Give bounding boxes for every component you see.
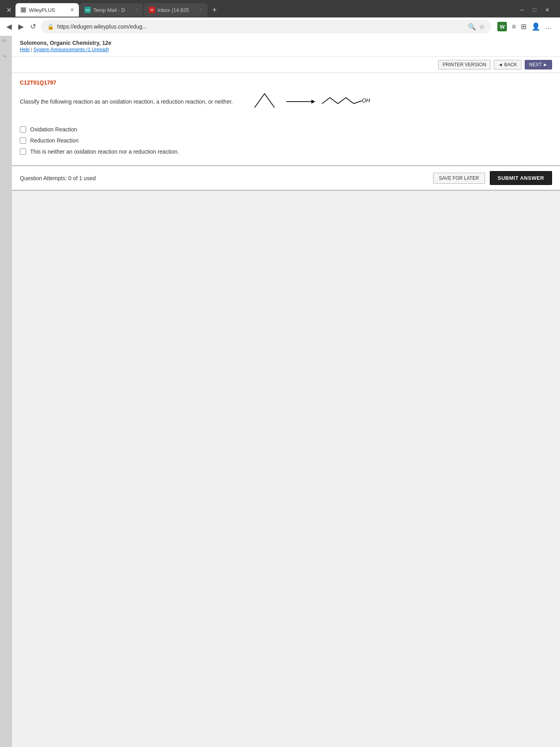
printer-version-button[interactable]: PRINTER VERSION: [438, 60, 491, 69]
toolbar-icons: W ≡ ⊞ 👤 …: [494, 22, 555, 31]
tab-label-tempmail: Temp Mail - D: [93, 7, 125, 13]
svg-marker-2: [311, 100, 315, 104]
question-nav: PRINTER VERSION ◄ BACK NEXT ►: [12, 57, 560, 73]
back-button[interactable]: ◄ BACK: [494, 60, 522, 69]
next-button[interactable]: NEXT ►: [525, 60, 552, 69]
svg-line-3: [354, 101, 362, 104]
menu-icon[interactable]: …: [545, 23, 552, 31]
question-text: Classify the following reaction as an ox…: [12, 90, 560, 120]
book-links: Help | System Announcements (1 Unread): [20, 47, 111, 52]
browser-close-button[interactable]: ✕: [3, 5, 15, 15]
tab-bar: ✕ WileyPLUS ✕ es Temp Mail - D ✕ M Inbox…: [0, 0, 560, 17]
attempts-text: Question Attempts: 0 of 1 used: [20, 175, 96, 181]
star-icon[interactable]: ☆: [479, 23, 485, 31]
sidebar-label-y: y: [0, 53, 8, 59]
product-molecule: OH: [320, 90, 376, 114]
reactant-molecule: [249, 90, 280, 114]
tab-icon-inbox: M: [149, 7, 155, 13]
save-for-later-button[interactable]: SAVE FOR LATER: [433, 173, 485, 184]
book-info: Solomons, Organic Chemistry, 12e Help | …: [20, 40, 111, 52]
answer-choices: Oxidation Reaction Reduction Reaction Th…: [12, 120, 560, 166]
tab-label-inbox: Inbox (14,825: [157, 7, 189, 13]
refresh-button[interactable]: ↺: [29, 21, 38, 32]
main-content: Solomons, Organic Chemistry, 12e Help | …: [12, 36, 560, 747]
lower-area: [12, 191, 560, 548]
tab-icon-tempmail: es: [84, 7, 91, 13]
close-window-button[interactable]: ✕: [541, 5, 554, 15]
checkbox-neither[interactable]: [20, 148, 26, 155]
svg-rect-0: [21, 8, 26, 12]
left-sidebar: S y: [0, 36, 12, 747]
sidebar-label-s: S: [0, 36, 8, 45]
new-tab-button[interactable]: +: [208, 4, 221, 16]
url-box[interactable]: 🔒 https://edugen.wileyplus.com/edug... 🔍…: [41, 20, 491, 33]
checkbox-oxidation[interactable]: [20, 126, 26, 133]
choice-neither-label: This is neither an oxidation reaction no…: [30, 148, 179, 155]
profile-icon[interactable]: 👤: [531, 22, 540, 31]
w-extension-icon[interactable]: W: [497, 22, 507, 31]
svg-text:OH: OH: [362, 97, 370, 104]
choice-oxidation-label: Oxidation Reaction: [30, 126, 77, 133]
browser-frame: ✕ WileyPLUS ✕ es Temp Mail - D ✕ M Inbox…: [0, 0, 560, 36]
page-content: S y Solomons, Organic Chemistry, 12e Hel…: [0, 36, 560, 747]
book-title: Solomons, Organic Chemistry, 12e: [20, 40, 111, 46]
search-icon: 🔍: [468, 23, 476, 31]
choice-neither[interactable]: This is neither an oxidation reaction no…: [20, 146, 552, 157]
tune-icon[interactable]: ≡: [512, 23, 516, 31]
choice-oxidation[interactable]: Oxidation Reaction: [20, 124, 552, 135]
choice-reduction[interactable]: Reduction Reaction: [20, 135, 552, 146]
help-link[interactable]: Help: [20, 47, 30, 52]
tab-close-tempmail[interactable]: ✕: [134, 7, 138, 13]
tab-label-wileyplus: WileyPLUS: [29, 7, 55, 13]
reaction-diagram: OH: [249, 90, 376, 114]
tab-icon-wileyplus: [20, 7, 27, 13]
window-controls: ─ □ ✕: [516, 5, 557, 15]
tab-close-inbox[interactable]: ✕: [199, 7, 203, 13]
checkbox-reduction[interactable]: [20, 137, 26, 144]
address-bar: ◀ ▶ ↺ 🔒 https://edugen.wileyplus.com/edu…: [0, 17, 560, 36]
question-id: C12T01Q1797: [12, 73, 560, 90]
book-header: Solomons, Organic Chemistry, 12e Help | …: [12, 36, 560, 57]
action-bar: Question Attempts: 0 of 1 used SAVE FOR …: [12, 166, 560, 191]
lock-icon: 🔒: [47, 23, 54, 30]
question-area: C12T01Q1797 Classify the following react…: [12, 73, 560, 166]
question-instruction: Classify the following reaction as an ox…: [20, 98, 233, 105]
back-nav-button[interactable]: ◀: [5, 21, 13, 32]
announcements-link[interactable]: System Announcements (1 Unread): [33, 47, 109, 52]
tab-close-wileyplus[interactable]: ✕: [70, 7, 74, 13]
url-text: https://edugen.wileyplus.com/edug...: [57, 23, 465, 30]
choice-reduction-label: Reduction Reaction: [30, 137, 79, 144]
tab-wileyplus[interactable]: WileyPLUS ✕: [15, 3, 79, 17]
maximize-button[interactable]: □: [529, 5, 540, 15]
tab-tempmail[interactable]: es Temp Mail - D ✕: [80, 3, 143, 17]
extensions-icon[interactable]: ⊞: [521, 22, 527, 31]
reaction-arrow: [284, 96, 316, 108]
forward-nav-button[interactable]: ▶: [17, 21, 25, 32]
minimize-button[interactable]: ─: [516, 5, 528, 15]
tab-inbox[interactable]: M Inbox (14,825 ✕: [144, 3, 207, 17]
submit-answer-button[interactable]: SUBMIT ANSWER: [490, 171, 552, 185]
